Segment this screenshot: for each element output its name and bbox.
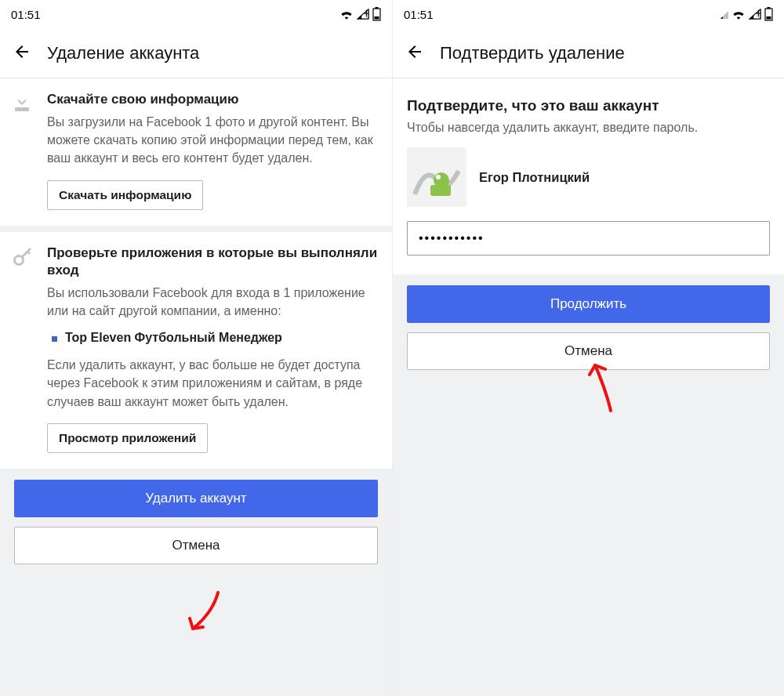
svg-rect-4: [375, 16, 379, 20]
confirm-sub: Чтобы навсегда удалить аккаунт, введите …: [407, 121, 770, 135]
annotation-arrow-icon: [171, 586, 226, 641]
svg-point-6: [15, 256, 24, 264]
cancel-button[interactable]: Отмена: [14, 527, 378, 564]
svg-rect-5: [15, 107, 29, 111]
left-pane: 01:51 Удаление аккаунта Скачайте свою ин…: [0, 0, 392, 696]
cancel-button[interactable]: Отмена: [407, 332, 770, 370]
footer-actions: Продолжить Отмена: [393, 274, 784, 386]
status-time: 01:51: [404, 8, 434, 21]
signal-small-icon: [720, 9, 728, 19]
wifi-icon: [339, 9, 354, 20]
download-heading: Скачайте свою информацию: [47, 91, 379, 108]
right-pane: 01:51 Подтвердить удаление Подтвердите, …: [392, 0, 784, 696]
download-body: Вы загрузили на Facebook 1 фото и другой…: [47, 113, 379, 168]
svg-rect-3: [376, 7, 379, 9]
status-bar: 01:51: [0, 0, 392, 28]
confirm-heading: Подтвердите, что это ваш аккаунт: [407, 97, 770, 114]
password-input[interactable]: [407, 221, 770, 256]
svg-rect-15: [430, 185, 451, 196]
status-icons: [720, 7, 773, 21]
back-icon[interactable]: [13, 42, 31, 64]
status-bar: 01:51: [393, 0, 784, 28]
continue-button[interactable]: Продолжить: [407, 285, 770, 323]
status-icons: [339, 7, 381, 21]
app-item: Top Eleven Футбольный Менеджер: [52, 331, 379, 345]
user-name: Егор Плотницкий: [479, 170, 590, 185]
back-icon[interactable]: [405, 42, 424, 64]
signal-icon: [357, 9, 369, 20]
download-info-button[interactable]: Скачать информацию: [47, 180, 203, 210]
battery-icon: [764, 7, 773, 21]
apps-intro: Вы использовали Facebook для входа в 1 п…: [47, 284, 379, 320]
signal-icon: [749, 9, 761, 20]
key-icon: [13, 246, 33, 266]
svg-rect-11: [767, 16, 771, 20]
apps-explain: Если удалить аккаунт, у вас больше не бу…: [47, 356, 379, 411]
nav-bar: Подтвердить удаление: [393, 28, 784, 78]
download-icon: [13, 92, 31, 113]
app-name: Top Eleven Футбольный Менеджер: [65, 331, 282, 345]
delete-account-button[interactable]: Удалить аккаунт: [14, 480, 378, 517]
status-time: 01:51: [11, 8, 41, 21]
download-card: Скачайте свою информацию Вы загрузили на…: [0, 78, 392, 226]
battery-icon: [372, 7, 381, 21]
nav-bar: Удаление аккаунта: [0, 28, 392, 78]
apps-heading: Проверьте приложения в которые вы выполн…: [47, 245, 379, 279]
svg-point-14: [436, 175, 441, 179]
avatar: [407, 147, 466, 207]
wifi-icon: [731, 9, 746, 20]
confirm-body: Подтвердите, что это ваш аккаунт Чтобы н…: [393, 78, 784, 274]
apps-card: Проверьте приложения в которые вы выполн…: [0, 232, 392, 469]
svg-rect-10: [768, 7, 771, 9]
view-apps-button[interactable]: Просмотр приложений: [47, 423, 208, 453]
bullet-icon: [52, 336, 57, 342]
user-row: Егор Плотницкий: [407, 147, 770, 207]
footer-actions: Удалить аккаунт Отмена: [0, 469, 392, 580]
page-title: Подтвердить удаление: [440, 43, 625, 63]
page-title: Удаление аккаунта: [47, 43, 199, 63]
